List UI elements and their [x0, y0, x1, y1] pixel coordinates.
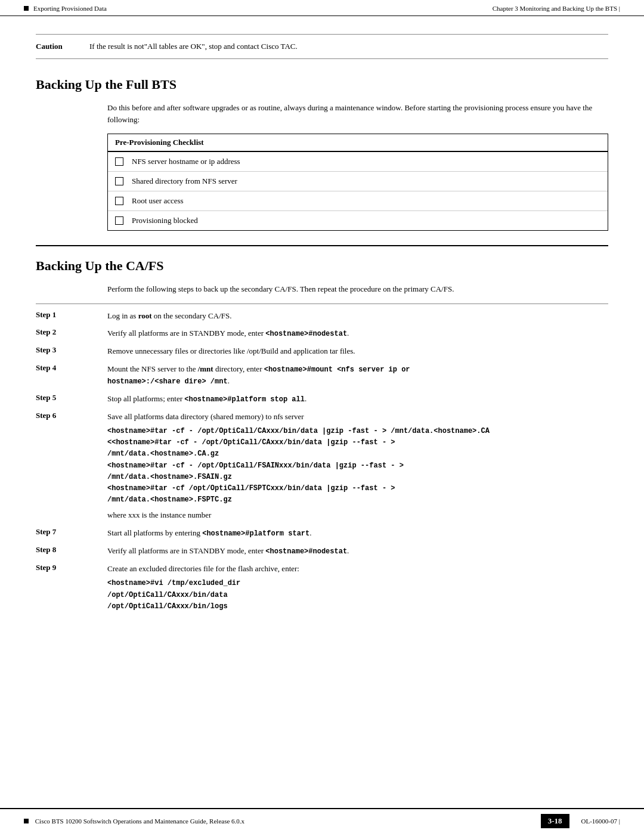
step-9-code: <hostname>#vi /tmp/excluded_dir /opt/Opt… [107, 578, 608, 612]
section1-intro: Do this before and after software upgrad… [107, 102, 608, 125]
step-1-bold: root [138, 311, 152, 320]
step-1-label: Step 1 [36, 310, 107, 320]
step-1-row: Step 1 Log in as root on the secondary C… [36, 310, 608, 322]
step-6-label: Step 6 [36, 411, 107, 420]
steps-container: Step 1 Log in as root on the secondary C… [36, 310, 608, 616]
checklist-item-4: Provisioning blocked [108, 211, 608, 230]
checklist-label-4: Provisioning blocked [132, 216, 198, 225]
checkbox-3[interactable] [115, 197, 123, 205]
step-8-code: <hostname>#nodestat [265, 547, 347, 556]
caution-text: If the result is not"All tables are OK",… [89, 42, 298, 51]
step-9-label: Step 9 [36, 563, 107, 572]
checkbox-2[interactable] [115, 177, 123, 185]
step-7-content: Start all platforms by entering <hostnam… [107, 527, 608, 539]
checklist-item-1: NFS server hostname or ip address [108, 152, 608, 172]
step-4-bold: /mnt [198, 364, 213, 373]
step-5-content: Stop all platforms; enter <hostname>#pla… [107, 393, 608, 405]
step-8-label: Step 8 [36, 545, 107, 555]
step-2-row: Step 2 Verify all platforms are in STAND… [36, 327, 608, 339]
checklist-label-3: Root user access [132, 196, 184, 206]
footer-left: Cisco BTS 10200 Softswitch Operations an… [24, 817, 244, 825]
step-4-code2: hostname>:/<share dire> /mnt [107, 377, 228, 386]
step-7-code: <hostname>#platform start [202, 529, 309, 538]
page-footer: Cisco BTS 10200 Softswitch Operations an… [0, 808, 644, 833]
step-1-content: Log in as root on the secondary CA/FS. [107, 310, 608, 322]
checklist-header: Pre-Provisioning Checklist [108, 134, 608, 152]
main-content: Caution If the result is not"All tables … [0, 16, 644, 670]
section2-intro: Perform the following steps to back up t… [107, 283, 608, 295]
step-5-label: Step 5 [36, 393, 107, 402]
step-2-content: Verify all platforms are in STANDBY mode… [107, 327, 608, 339]
section-marker-icon [24, 6, 29, 11]
footer-marker-icon [24, 819, 29, 823]
step-7-row: Step 7 Start all platforms by entering <… [36, 527, 608, 539]
section2-heading: Backing Up the CA/FS [36, 258, 608, 274]
step-6-code: <hostname>#tar -cf - /opt/OptiCall/CAxxx… [107, 426, 608, 506]
footer-book-title: Cisco BTS 10200 Softswitch Operations an… [35, 817, 244, 825]
header-left: Exporting Provisioned Data [24, 5, 107, 12]
caution-label: Caution [36, 42, 78, 51]
checklist-item-3: Root user access [108, 191, 608, 211]
step-3-label: Step 3 [36, 345, 107, 355]
step-4-label: Step 4 [36, 363, 107, 373]
step-9-row: Step 9 Create an excluded directories fi… [36, 563, 608, 616]
header-section: Exporting Provisioned Data [24, 5, 107, 12]
footer-right: 3-18 OL-16000-07 | [541, 814, 620, 828]
checkbox-4[interactable] [115, 216, 123, 225]
header-chapter: Chapter 3 Monitoring and Backing Up the … [493, 5, 620, 12]
step-6-row: Step 6 Save all platforms data directory… [36, 411, 608, 521]
page: Exporting Provisioned Data Chapter 3 Mon… [0, 0, 644, 833]
footer-page-number: 3-18 [541, 814, 569, 828]
thin-rule-1 [36, 304, 608, 304]
checklist-item-2: Shared directory from NFS server [108, 172, 608, 191]
step-4-code1: <hostname>#mount <nfs server ip or [264, 366, 410, 374]
step-5-code: <hostname>#platform stop all [184, 395, 305, 404]
footer-doc-number: OL-16000-07 | [581, 817, 620, 825]
step-2-code: <hostname>#nodestat [265, 330, 347, 338]
step-4-content: Mount the NFS server to the /mnt directo… [107, 363, 608, 387]
header-section-label: Exporting Provisioned Data [33, 5, 107, 12]
step-8-row: Step 8 Verify all platforms are in STAND… [36, 545, 608, 557]
step-5-row: Step 5 Stop all platforms; enter <hostna… [36, 393, 608, 405]
checklist-container: Pre-Provisioning Checklist NFS server ho… [107, 134, 608, 231]
page-header: Exporting Provisioned Data Chapter 3 Mon… [0, 0, 644, 16]
step-4-row: Step 4 Mount the NFS server to the /mnt … [36, 363, 608, 387]
step-8-content: Verify all platforms are in STANDBY mode… [107, 545, 608, 557]
step-7-label: Step 7 [36, 527, 107, 537]
step-3-content: Remove unnecessary files or directories … [107, 345, 608, 357]
caution-box: Caution If the result is not"All tables … [36, 34, 608, 59]
checklist-label-2: Shared directory from NFS server [132, 176, 237, 186]
checkbox-1[interactable] [115, 157, 123, 166]
section1-heading: Backing Up the Full BTS [36, 77, 608, 92]
step-6-content: Save all platforms data directory (share… [107, 411, 608, 521]
step-3-row: Step 3 Remove unnecessary files or direc… [36, 345, 608, 357]
step-2-label: Step 2 [36, 327, 107, 337]
step-9-content: Create an excluded directories file for … [107, 563, 608, 616]
checklist-label-1: NFS server hostname or ip address [132, 157, 240, 166]
section-divider-1 [36, 245, 608, 246]
step-6-note: where xxx is the instance number [107, 510, 211, 519]
